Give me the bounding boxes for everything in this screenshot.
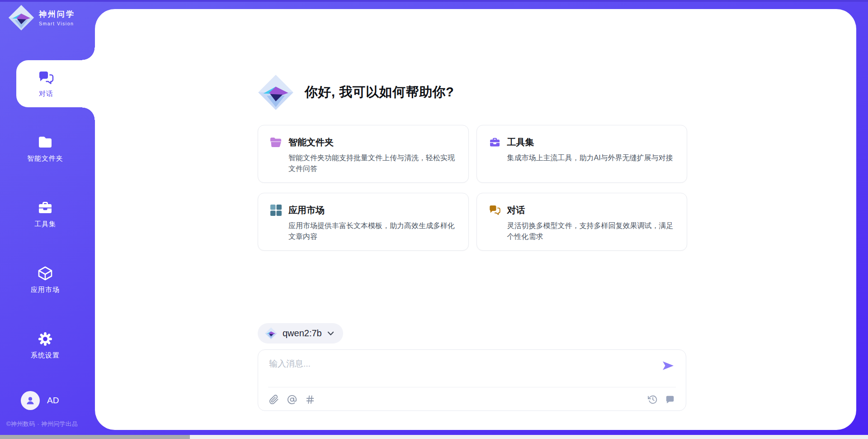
- send-button[interactable]: [661, 360, 675, 372]
- card-title: 应用市场: [288, 204, 325, 216]
- sidebar-item-smart-folder[interactable]: 智能文件夹: [0, 127, 90, 170]
- model-selector[interactable]: qwen2:7b: [258, 323, 343, 344]
- feedback-icon[interactable]: [665, 395, 675, 405]
- composer-divider: [268, 387, 676, 387]
- composer-toolbar-right: [648, 395, 675, 405]
- model-name: qwen2:7b: [283, 328, 322, 339]
- greeting-title: 你好, 我可以如何帮助你?: [305, 83, 454, 101]
- card-description: 灵活切换多模型文件，支持多样回复效果调试，满足个性化需求: [507, 220, 675, 242]
- app-logo: 神州问学 Smart Vision: [8, 5, 75, 31]
- composer-toolbar: [269, 392, 675, 407]
- welcome-header: 你好, 我可以如何帮助你?: [258, 74, 454, 110]
- user-label: AD: [47, 396, 59, 406]
- card-title: 对话: [507, 204, 525, 216]
- sidebar-footer: ©神州数码 · 神州问学出品: [6, 420, 78, 428]
- feature-cards: 智能文件夹 智能文件夹功能支持批量文件上传与清洗，轻松实现文件问答 工具集 集成…: [258, 125, 687, 251]
- message-input[interactable]: [269, 356, 622, 372]
- sidebar-item-app-market[interactable]: 应用市场: [0, 258, 90, 301]
- card-description: 应用市场提供丰富长文本模板，助力高效生成多样化文章内容: [288, 220, 457, 242]
- attachment-icon[interactable]: [269, 395, 279, 405]
- brand-diamond-icon: [265, 327, 277, 339]
- card-smart-folder[interactable]: 智能文件夹 智能文件夹功能支持批量文件上传与清洗，轻松实现文件问答: [258, 125, 469, 183]
- brand-diamond-icon: [8, 5, 34, 31]
- sidebar-item-settings[interactable]: 系统设置: [0, 324, 90, 367]
- card-title: 智能文件夹: [288, 136, 334, 148]
- chat-icon: [489, 204, 501, 216]
- card-toolset[interactable]: 工具集 集成市场上主流工具，助力AI与外界无缝扩展与对接: [476, 125, 688, 183]
- gear-icon: [37, 331, 53, 347]
- card-title: 工具集: [507, 136, 534, 148]
- chat-icon: [38, 70, 54, 86]
- sidebar-item-label: 应用市场: [31, 286, 60, 294]
- main-panel: 你好, 我可以如何帮助你? 智能文件夹 智能文件夹功能支持批量文件上传与清洗，轻…: [95, 9, 856, 430]
- card-chat[interactable]: 对话 灵活切换多模型文件，支持多样回复效果调试，满足个性化需求: [476, 193, 688, 251]
- app-name: 神州问学: [39, 9, 75, 19]
- history-icon[interactable]: [648, 395, 658, 405]
- folder-icon: [37, 134, 53, 150]
- sidebar-item-chat[interactable]: 对话: [16, 60, 95, 107]
- horizontal-scrollbar: [0, 435, 868, 439]
- sidebar-item-label: 系统设置: [31, 351, 60, 360]
- mention-icon[interactable]: [287, 395, 297, 405]
- card-description: 智能文件夹功能支持批量文件上传与清洗，轻松实现文件问答: [288, 153, 457, 174]
- app-grid-icon: [270, 204, 282, 216]
- chevron-down-icon: [327, 331, 334, 336]
- user-profile[interactable]: AD: [21, 391, 59, 410]
- folder-open-icon: [270, 136, 282, 148]
- person-icon: [24, 395, 36, 406]
- app-tagline: Smart Vision: [39, 21, 75, 26]
- sidebar-item-label: 对话: [39, 90, 53, 98]
- horizontal-scrollbar-thumb[interactable]: [0, 435, 190, 439]
- sidebar-item-label: 智能文件夹: [27, 154, 63, 163]
- toolbox-icon: [37, 200, 53, 216]
- avatar: [21, 391, 40, 410]
- sidebar-item-toolset[interactable]: 工具集: [0, 193, 90, 235]
- toolbox-icon: [489, 136, 501, 148]
- message-composer: [258, 349, 686, 411]
- card-description: 集成市场上主流工具，助力AI与外界无缝扩展与对接: [507, 153, 675, 163]
- card-app-market[interactable]: 应用市场 应用市场提供丰富长文本模板，助力高效生成多样化文章内容: [258, 193, 469, 251]
- send-icon: [661, 360, 675, 372]
- topic-icon[interactable]: [305, 395, 315, 405]
- window-top-edge: [0, 0, 868, 2]
- brand-diamond-icon: [258, 74, 294, 110]
- cube-icon: [37, 265, 53, 282]
- sidebar-item-label: 工具集: [34, 220, 56, 229]
